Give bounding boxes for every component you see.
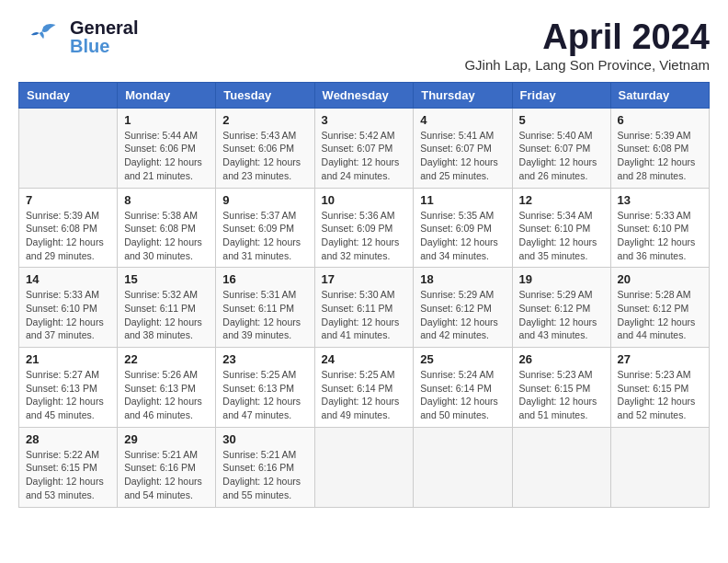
calendar-cell: 28Sunrise: 5:22 AM Sunset: 6:15 PM Dayli… <box>19 427 118 507</box>
calendar-cell: 16Sunrise: 5:31 AM Sunset: 6:11 PM Dayli… <box>216 268 314 348</box>
calendar-cell: 11Sunrise: 5:35 AM Sunset: 6:09 PM Dayli… <box>414 188 512 268</box>
day-info: Sunrise: 5:25 AM Sunset: 6:14 PM Dayligh… <box>322 368 407 422</box>
day-info: Sunrise: 5:37 AM Sunset: 6:09 PM Dayligh… <box>222 209 307 263</box>
day-number: 22 <box>124 352 209 366</box>
calendar-table: SundayMondayTuesdayWednesdayThursdayFrid… <box>18 82 710 508</box>
day-number: 6 <box>618 113 702 127</box>
day-number: 21 <box>26 352 110 366</box>
day-number: 28 <box>26 432 110 446</box>
calendar-cell: 8Sunrise: 5:38 AM Sunset: 6:08 PM Daylig… <box>118 188 216 268</box>
calendar-cell: 19Sunrise: 5:29 AM Sunset: 6:12 PM Dayli… <box>512 268 610 348</box>
weekday-header: Tuesday <box>216 82 314 108</box>
day-number: 14 <box>26 272 110 286</box>
day-info: Sunrise: 5:30 AM Sunset: 6:11 PM Dayligh… <box>322 288 407 342</box>
calendar-cell: 7Sunrise: 5:39 AM Sunset: 6:08 PM Daylig… <box>19 188 118 268</box>
day-number: 7 <box>26 193 110 207</box>
day-number: 5 <box>519 113 604 127</box>
calendar-cell: 9Sunrise: 5:37 AM Sunset: 6:09 PM Daylig… <box>216 188 314 268</box>
day-info: Sunrise: 5:29 AM Sunset: 6:12 PM Dayligh… <box>420 288 505 342</box>
weekday-header: Monday <box>118 82 216 108</box>
calendar-cell: 4Sunrise: 5:41 AM Sunset: 6:07 PM Daylig… <box>414 108 512 188</box>
day-info: Sunrise: 5:23 AM Sunset: 6:15 PM Dayligh… <box>519 368 604 422</box>
day-number: 11 <box>420 193 505 207</box>
calendar-cell: 3Sunrise: 5:42 AM Sunset: 6:07 PM Daylig… <box>314 108 414 188</box>
day-info: Sunrise: 5:42 AM Sunset: 6:07 PM Dayligh… <box>322 129 407 183</box>
calendar-cell <box>610 427 709 507</box>
day-info: Sunrise: 5:43 AM Sunset: 6:06 PM Dayligh… <box>222 129 307 183</box>
day-info: Sunrise: 5:23 AM Sunset: 6:15 PM Dayligh… <box>618 368 702 422</box>
weekday-header: Wednesday <box>314 82 414 108</box>
day-number: 19 <box>519 272 604 286</box>
title-block: April 2024 GJinh Lap, Lang Son Province,… <box>464 18 710 73</box>
day-info: Sunrise: 5:36 AM Sunset: 6:09 PM Dayligh… <box>322 209 407 263</box>
day-number: 29 <box>124 432 209 446</box>
calendar-cell: 24Sunrise: 5:25 AM Sunset: 6:14 PM Dayli… <box>314 348 414 428</box>
logo-text-block: General Blue <box>70 18 138 55</box>
day-number: 4 <box>420 113 505 127</box>
day-info: Sunrise: 5:26 AM Sunset: 6:13 PM Dayligh… <box>124 368 209 422</box>
calendar-week-row: 14Sunrise: 5:33 AM Sunset: 6:10 PM Dayli… <box>19 268 710 348</box>
calendar-week-row: 1Sunrise: 5:44 AM Sunset: 6:06 PM Daylig… <box>19 108 710 188</box>
day-info: Sunrise: 5:24 AM Sunset: 6:14 PM Dayligh… <box>420 368 505 422</box>
weekday-header: Friday <box>512 82 610 108</box>
calendar-cell: 25Sunrise: 5:24 AM Sunset: 6:14 PM Dayli… <box>414 348 512 428</box>
day-number: 27 <box>618 352 702 366</box>
month-title: April 2024 <box>464 18 710 57</box>
location: GJinh Lap, Lang Son Province, Vietnam <box>464 57 710 73</box>
calendar-cell: 10Sunrise: 5:36 AM Sunset: 6:09 PM Dayli… <box>314 188 414 268</box>
day-number: 17 <box>322 272 407 286</box>
day-number: 12 <box>519 193 604 207</box>
day-number: 13 <box>618 193 702 207</box>
weekday-header: Saturday <box>610 82 709 108</box>
day-info: Sunrise: 5:38 AM Sunset: 6:08 PM Dayligh… <box>124 209 209 263</box>
calendar-cell: 26Sunrise: 5:23 AM Sunset: 6:15 PM Dayli… <box>512 348 610 428</box>
day-info: Sunrise: 5:21 AM Sunset: 6:16 PM Dayligh… <box>222 448 307 502</box>
day-number: 15 <box>124 272 209 286</box>
calendar-cell <box>414 427 512 507</box>
calendar-cell: 22Sunrise: 5:26 AM Sunset: 6:13 PM Dayli… <box>118 348 216 428</box>
calendar-cell: 29Sunrise: 5:21 AM Sunset: 6:16 PM Dayli… <box>118 427 216 507</box>
calendar-cell: 27Sunrise: 5:23 AM Sunset: 6:15 PM Dayli… <box>610 348 709 428</box>
calendar-cell: 6Sunrise: 5:39 AM Sunset: 6:08 PM Daylig… <box>610 108 709 188</box>
day-number: 24 <box>322 352 407 366</box>
calendar-cell: 17Sunrise: 5:30 AM Sunset: 6:11 PM Dayli… <box>314 268 414 348</box>
day-info: Sunrise: 5:25 AM Sunset: 6:13 PM Dayligh… <box>222 368 307 422</box>
day-number: 20 <box>618 272 702 286</box>
calendar-cell: 30Sunrise: 5:21 AM Sunset: 6:16 PM Dayli… <box>216 427 314 507</box>
day-number: 9 <box>222 193 307 207</box>
day-number: 26 <box>519 352 604 366</box>
day-number: 23 <box>222 352 307 366</box>
calendar-cell: 18Sunrise: 5:29 AM Sunset: 6:12 PM Dayli… <box>414 268 512 348</box>
day-number: 3 <box>322 113 407 127</box>
day-number: 8 <box>124 193 209 207</box>
day-info: Sunrise: 5:22 AM Sunset: 6:15 PM Dayligh… <box>26 448 110 502</box>
day-info: Sunrise: 5:31 AM Sunset: 6:11 PM Dayligh… <box>222 288 307 342</box>
day-info: Sunrise: 5:39 AM Sunset: 6:08 PM Dayligh… <box>618 129 702 183</box>
day-info: Sunrise: 5:21 AM Sunset: 6:16 PM Dayligh… <box>124 448 209 502</box>
calendar-cell: 23Sunrise: 5:25 AM Sunset: 6:13 PM Dayli… <box>216 348 314 428</box>
calendar-cell: 13Sunrise: 5:33 AM Sunset: 6:10 PM Dayli… <box>610 188 709 268</box>
calendar-week-row: 7Sunrise: 5:39 AM Sunset: 6:08 PM Daylig… <box>19 188 710 268</box>
calendar-cell <box>19 108 118 188</box>
logo-icon <box>18 18 64 55</box>
calendar-cell: 12Sunrise: 5:34 AM Sunset: 6:10 PM Dayli… <box>512 188 610 268</box>
day-info: Sunrise: 5:39 AM Sunset: 6:08 PM Dayligh… <box>26 209 110 263</box>
logo-name: General Blue <box>70 18 138 55</box>
day-number: 2 <box>222 113 307 127</box>
day-info: Sunrise: 5:33 AM Sunset: 6:10 PM Dayligh… <box>26 288 110 342</box>
day-number: 1 <box>124 113 209 127</box>
calendar-cell: 14Sunrise: 5:33 AM Sunset: 6:10 PM Dayli… <box>19 268 118 348</box>
day-info: Sunrise: 5:40 AM Sunset: 6:07 PM Dayligh… <box>519 129 604 183</box>
calendar-cell: 1Sunrise: 5:44 AM Sunset: 6:06 PM Daylig… <box>118 108 216 188</box>
day-number: 16 <box>222 272 307 286</box>
logo: General Blue <box>18 18 138 55</box>
day-info: Sunrise: 5:28 AM Sunset: 6:12 PM Dayligh… <box>618 288 702 342</box>
calendar-cell: 5Sunrise: 5:40 AM Sunset: 6:07 PM Daylig… <box>512 108 610 188</box>
day-info: Sunrise: 5:44 AM Sunset: 6:06 PM Dayligh… <box>124 129 209 183</box>
day-info: Sunrise: 5:41 AM Sunset: 6:07 PM Dayligh… <box>420 129 505 183</box>
day-info: Sunrise: 5:35 AM Sunset: 6:09 PM Dayligh… <box>420 209 505 263</box>
page-header: General Blue April 2024 GJinh Lap, Lang … <box>18 18 710 73</box>
calendar-week-row: 21Sunrise: 5:27 AM Sunset: 6:13 PM Dayli… <box>19 348 710 428</box>
day-number: 10 <box>322 193 407 207</box>
day-info: Sunrise: 5:27 AM Sunset: 6:13 PM Dayligh… <box>26 368 110 422</box>
